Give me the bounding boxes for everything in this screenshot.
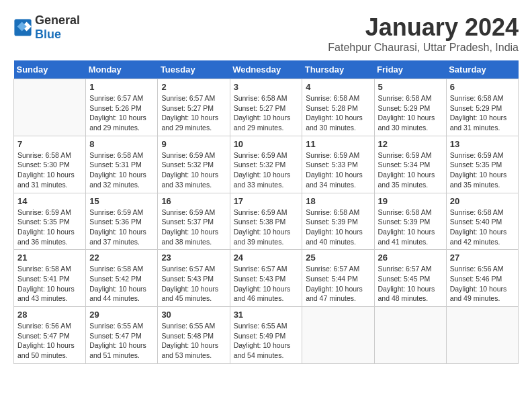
- cell-info: Sunrise: 6:59 AMSunset: 5:35 PMDaylight:…: [17, 208, 82, 247]
- month-title: January 2024: [328, 13, 519, 42]
- day-number: 25: [306, 253, 370, 263]
- calendar-cell: 9 Sunrise: 6:59 AMSunset: 5:32 PMDayligh…: [158, 136, 230, 193]
- cell-info: Sunrise: 6:57 AMSunset: 5:43 PMDaylight:…: [161, 264, 226, 304]
- cell-info: Sunrise: 6:59 AMSunset: 5:35 PMDaylight:…: [450, 150, 515, 190]
- cell-info: Sunrise: 6:58 AMSunset: 5:31 PMDaylight:…: [89, 150, 154, 190]
- day-number: 31: [234, 310, 299, 320]
- day-number: 10: [234, 139, 299, 149]
- weekday-header-monday: Monday: [86, 60, 158, 79]
- cell-info: Sunrise: 6:57 AMSunset: 5:43 PMDaylight:…: [234, 264, 299, 304]
- calendar-cell: [302, 307, 374, 364]
- calendar-cell: 3 Sunrise: 6:58 AMSunset: 5:27 PMDayligh…: [230, 79, 302, 136]
- cell-info: Sunrise: 6:57 AMSunset: 5:44 PMDaylight:…: [306, 264, 370, 304]
- day-number: 12: [378, 139, 443, 149]
- calendar-week-row: 14 Sunrise: 6:59 AMSunset: 5:35 PMDaylig…: [14, 193, 519, 250]
- cell-info: Sunrise: 6:56 AMSunset: 5:47 PMDaylight:…: [17, 321, 82, 361]
- day-number: 13: [450, 139, 515, 149]
- calendar-cell: 12 Sunrise: 6:59 AMSunset: 5:34 PMDaylig…: [374, 136, 446, 193]
- calendar-cell: 21 Sunrise: 6:58 AMSunset: 5:41 PMDaylig…: [14, 250, 86, 307]
- day-number: 24: [234, 253, 299, 263]
- day-number: 17: [234, 196, 299, 206]
- cell-info: Sunrise: 6:59 AMSunset: 5:33 PMDaylight:…: [306, 150, 370, 190]
- calendar-week-row: 21 Sunrise: 6:58 AMSunset: 5:41 PMDaylig…: [14, 250, 519, 307]
- calendar-cell: 8 Sunrise: 6:58 AMSunset: 5:31 PMDayligh…: [86, 136, 158, 193]
- day-number: 1: [89, 82, 154, 92]
- calendar-cell: 7 Sunrise: 6:58 AMSunset: 5:30 PMDayligh…: [14, 136, 86, 193]
- weekday-header-friday: Friday: [374, 60, 446, 79]
- day-number: 27: [450, 253, 515, 263]
- cell-info: Sunrise: 6:59 AMSunset: 5:36 PMDaylight:…: [89, 208, 154, 247]
- day-number: 14: [17, 196, 82, 206]
- logo: General Blue: [13, 13, 80, 42]
- day-number: 7: [17, 139, 82, 149]
- day-number: 28: [17, 310, 82, 320]
- cell-info: Sunrise: 6:59 AMSunset: 5:37 PMDaylight:…: [161, 208, 226, 247]
- cell-info: Sunrise: 6:55 AMSunset: 5:49 PMDaylight:…: [234, 321, 299, 361]
- cell-info: Sunrise: 6:57 AMSunset: 5:26 PMDaylight:…: [89, 93, 154, 133]
- cell-info: Sunrise: 6:59 AMSunset: 5:32 PMDaylight:…: [161, 150, 226, 190]
- calendar-table: SundayMondayTuesdayWednesdayThursdayFrid…: [13, 60, 519, 364]
- weekday-header-sunday: Sunday: [14, 60, 86, 79]
- calendar-week-row: 7 Sunrise: 6:58 AMSunset: 5:30 PMDayligh…: [14, 136, 519, 193]
- calendar-cell: 4 Sunrise: 6:58 AMSunset: 5:28 PMDayligh…: [302, 79, 374, 136]
- cell-info: Sunrise: 6:58 AMSunset: 5:39 PMDaylight:…: [378, 208, 443, 247]
- weekday-header-saturday: Saturday: [446, 60, 518, 79]
- logo-text-general: General: [35, 13, 80, 27]
- calendar-cell: 17 Sunrise: 6:59 AMSunset: 5:38 PMDaylig…: [230, 193, 302, 250]
- day-number: 11: [306, 139, 370, 149]
- day-number: 5: [378, 82, 443, 92]
- cell-info: Sunrise: 6:55 AMSunset: 5:48 PMDaylight:…: [161, 321, 226, 361]
- location-title: Fatehpur Chaurasi, Uttar Pradesh, India: [328, 42, 519, 54]
- day-number: 22: [89, 253, 154, 263]
- calendar-cell: 18 Sunrise: 6:58 AMSunset: 5:39 PMDaylig…: [302, 193, 374, 250]
- day-number: 15: [89, 196, 154, 206]
- calendar-cell: 13 Sunrise: 6:59 AMSunset: 5:35 PMDaylig…: [446, 136, 518, 193]
- cell-info: Sunrise: 6:58 AMSunset: 5:29 PMDaylight:…: [450, 93, 515, 133]
- title-area: January 2024 Fatehpur Chaurasi, Uttar Pr…: [328, 13, 519, 54]
- day-number: 30: [161, 310, 226, 320]
- weekday-header-wednesday: Wednesday: [230, 60, 302, 79]
- calendar-cell: 2 Sunrise: 6:57 AMSunset: 5:27 PMDayligh…: [158, 79, 230, 136]
- weekday-header-row: SundayMondayTuesdayWednesdayThursdayFrid…: [14, 60, 519, 79]
- day-number: 18: [306, 196, 370, 206]
- day-number: 8: [89, 139, 154, 149]
- calendar-week-row: 28 Sunrise: 6:56 AMSunset: 5:47 PMDaylig…: [14, 307, 519, 364]
- calendar-cell: 19 Sunrise: 6:58 AMSunset: 5:39 PMDaylig…: [374, 193, 446, 250]
- calendar-cell: 28 Sunrise: 6:56 AMSunset: 5:47 PMDaylig…: [14, 307, 86, 364]
- day-number: 29: [89, 310, 154, 320]
- cell-info: Sunrise: 6:58 AMSunset: 5:39 PMDaylight:…: [306, 208, 370, 247]
- day-number: 16: [161, 196, 226, 206]
- calendar-cell: 23 Sunrise: 6:57 AMSunset: 5:43 PMDaylig…: [158, 250, 230, 307]
- calendar-cell: [14, 79, 86, 136]
- day-number: 20: [450, 196, 515, 206]
- day-number: 9: [161, 139, 226, 149]
- page-header: General Blue January 2024 Fatehpur Chaur…: [13, 13, 519, 54]
- calendar-cell: [374, 307, 446, 364]
- day-number: 21: [17, 253, 82, 263]
- cell-info: Sunrise: 6:59 AMSunset: 5:38 PMDaylight:…: [234, 208, 299, 247]
- calendar-cell: 30 Sunrise: 6:55 AMSunset: 5:48 PMDaylig…: [158, 307, 230, 364]
- calendar-cell: 29 Sunrise: 6:55 AMSunset: 5:47 PMDaylig…: [86, 307, 158, 364]
- day-number: 6: [450, 82, 515, 92]
- calendar-cell: 27 Sunrise: 6:56 AMSunset: 5:46 PMDaylig…: [446, 250, 518, 307]
- cell-info: Sunrise: 6:58 AMSunset: 5:41 PMDaylight:…: [17, 264, 82, 304]
- calendar-cell: 14 Sunrise: 6:59 AMSunset: 5:35 PMDaylig…: [14, 193, 86, 250]
- day-number: 4: [306, 82, 370, 92]
- cell-info: Sunrise: 6:58 AMSunset: 5:27 PMDaylight:…: [234, 93, 299, 133]
- day-number: 19: [378, 196, 443, 206]
- cell-info: Sunrise: 6:58 AMSunset: 5:29 PMDaylight:…: [378, 93, 443, 133]
- calendar-cell: 15 Sunrise: 6:59 AMSunset: 5:36 PMDaylig…: [86, 193, 158, 250]
- calendar-cell: 16 Sunrise: 6:59 AMSunset: 5:37 PMDaylig…: [158, 193, 230, 250]
- calendar-cell: 31 Sunrise: 6:55 AMSunset: 5:49 PMDaylig…: [230, 307, 302, 364]
- cell-info: Sunrise: 6:58 AMSunset: 5:28 PMDaylight:…: [306, 93, 370, 133]
- cell-info: Sunrise: 6:58 AMSunset: 5:42 PMDaylight:…: [89, 264, 154, 304]
- cell-info: Sunrise: 6:57 AMSunset: 5:27 PMDaylight:…: [161, 93, 226, 133]
- cell-info: Sunrise: 6:58 AMSunset: 5:40 PMDaylight:…: [450, 208, 515, 247]
- weekday-header-thursday: Thursday: [302, 60, 374, 79]
- cell-info: Sunrise: 6:59 AMSunset: 5:34 PMDaylight:…: [378, 150, 443, 190]
- cell-info: Sunrise: 6:59 AMSunset: 5:32 PMDaylight:…: [234, 150, 299, 190]
- calendar-cell: 22 Sunrise: 6:58 AMSunset: 5:42 PMDaylig…: [86, 250, 158, 307]
- calendar-cell: 25 Sunrise: 6:57 AMSunset: 5:44 PMDaylig…: [302, 250, 374, 307]
- day-number: 23: [161, 253, 226, 263]
- calendar-cell: 24 Sunrise: 6:57 AMSunset: 5:43 PMDaylig…: [230, 250, 302, 307]
